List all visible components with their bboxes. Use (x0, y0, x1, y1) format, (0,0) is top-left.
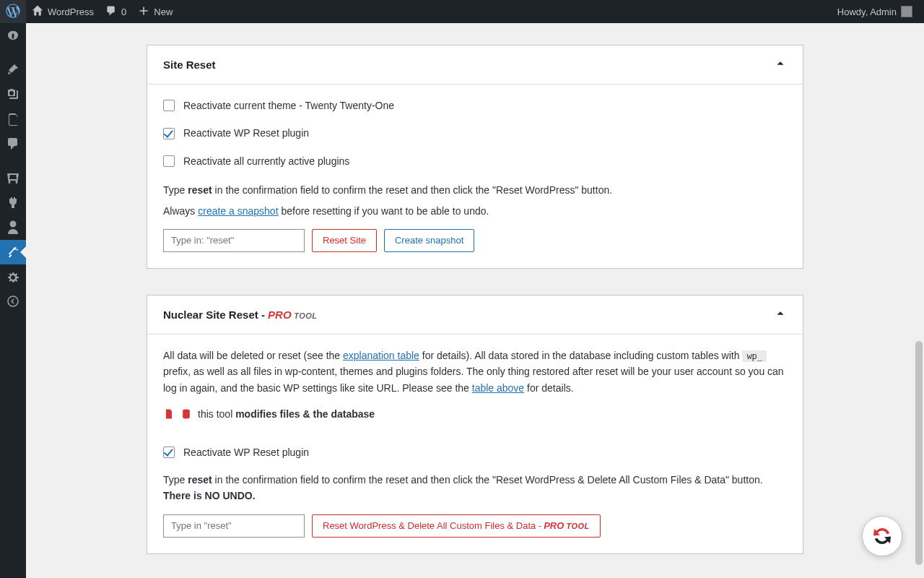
comments-count: 0 (121, 7, 126, 17)
instruction-line-1: Type reset in the confirmation field to … (163, 182, 787, 198)
checkbox-nuclear-reactivate[interactable] (163, 447, 175, 458)
comments-menu[interactable]: 0 (100, 0, 132, 23)
site-name-menu[interactable]: WordPress (26, 0, 100, 23)
warning-line: this tool modifies files & the database (163, 406, 787, 422)
home-icon (32, 5, 43, 19)
menu-appearance[interactable] (0, 166, 26, 191)
chevron-up-icon (774, 57, 787, 72)
instruction-line-2: Always create a snapshot before resettin… (163, 203, 787, 219)
nuclear-description: All data will be deleted or reset (see t… (163, 348, 787, 396)
scrollbar-thumb[interactable] (915, 341, 923, 565)
sync-fab-button[interactable] (862, 516, 902, 556)
nuclear-instruction: Type reset in the confirmation field to … (163, 472, 787, 504)
greeting-text: Howdy, Admin (837, 7, 897, 17)
warning-text: this tool modifies files & the database (198, 406, 375, 422)
panel-nuclear-reset: Nuclear Site Reset - PRO TOOL All data w… (147, 295, 803, 554)
checkbox-row-reactivate-theme[interactable]: Reactivate current theme - Twenty Twenty… (163, 98, 787, 113)
panel-header-nuclear[interactable]: Nuclear Site Reset - PRO TOOL (147, 296, 803, 335)
panel-site-reset: Site Reset Reactivate current theme - Tw… (147, 45, 803, 269)
table-above-link[interactable]: table above (472, 382, 524, 394)
explanation-table-link[interactable]: explanation table (343, 350, 419, 361)
scrollbar[interactable] (914, 23, 924, 578)
wp-logo-menu[interactable] (0, 0, 26, 23)
file-icon (163, 408, 175, 420)
menu-comments[interactable] (0, 131, 26, 156)
comment-icon (105, 5, 117, 19)
checkbox-label: Reactivate all currently active plugins (183, 153, 349, 169)
panel-title: Site Reset (163, 59, 216, 71)
new-label: New (154, 7, 173, 17)
nuclear-reset-button[interactable]: Reset WordPress & Delete All Custom File… (312, 514, 601, 538)
create-snapshot-button[interactable]: Create snapshot (384, 229, 474, 252)
database-icon (180, 408, 192, 420)
menu-tools[interactable] (0, 240, 26, 264)
plus-icon (138, 5, 149, 19)
create-snapshot-link[interactable]: create a snapshot (198, 205, 278, 217)
reset-confirm-input[interactable] (163, 229, 305, 252)
menu-media[interactable] (0, 82, 26, 107)
checkbox-label: Reactivate WP Reset plugin (183, 125, 309, 141)
svg-point-0 (8, 296, 18, 306)
checkbox-label: Reactivate current theme - Twenty Twenty… (183, 98, 394, 113)
avatar (901, 6, 912, 17)
panel-header-site-reset[interactable]: Site Reset (147, 46, 803, 85)
sync-icon (871, 525, 894, 548)
tool-badge: TOOL (566, 522, 589, 530)
checkbox-reactivate-all-plugins[interactable] (163, 155, 175, 167)
pro-badge: PRO (268, 309, 292, 321)
menu-settings[interactable] (0, 264, 26, 289)
checkbox-reactivate-wp-reset[interactable] (163, 128, 175, 139)
checkbox-row-reactivate-wp-reset[interactable]: Reactivate WP Reset plugin (163, 125, 787, 141)
admin-bar: WordPress 0 New Howdy, Admin (0, 0, 924, 23)
main-content: Site Reset Reactivate current theme - Tw… (26, 23, 924, 578)
account-menu[interactable]: Howdy, Admin (832, 0, 918, 23)
menu-collapse[interactable] (0, 289, 26, 314)
nuclear-confirm-input[interactable] (163, 514, 305, 538)
checkbox-row-nuclear-reactivate[interactable]: Reactivate WP Reset plugin (163, 444, 787, 460)
tool-badge: TOOL (292, 311, 318, 320)
pro-badge: PRO (544, 520, 564, 531)
site-name-label: WordPress (48, 7, 94, 17)
panel-title: Nuclear Site Reset - PRO TOOL (163, 309, 318, 321)
checkbox-row-reactivate-all-plugins[interactable]: Reactivate all currently active plugins (163, 153, 787, 169)
checkbox-reactivate-theme[interactable] (163, 100, 175, 111)
wordpress-logo-icon (6, 4, 20, 20)
code-chip-wp-prefix: wp_ (742, 350, 767, 362)
checkbox-label: Reactivate WP Reset plugin (183, 444, 309, 460)
admin-side-menu (0, 23, 26, 578)
reset-site-button[interactable]: Reset Site (312, 229, 377, 252)
menu-posts[interactable] (0, 58, 26, 82)
menu-pages[interactable] (0, 107, 26, 131)
menu-plugins[interactable] (0, 191, 26, 215)
new-content-menu[interactable]: New (132, 0, 178, 23)
menu-dashboard[interactable] (0, 23, 26, 48)
chevron-up-icon (774, 307, 787, 322)
menu-users[interactable] (0, 215, 26, 240)
